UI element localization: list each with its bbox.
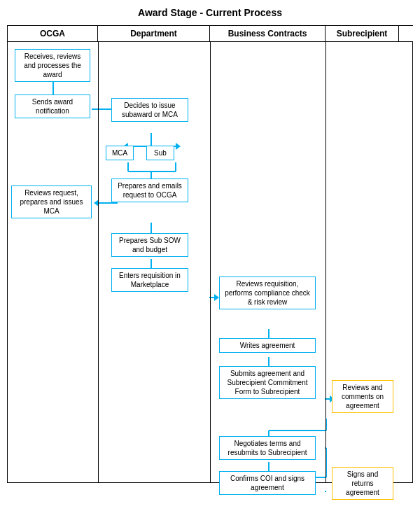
- ocga-box-1: Receives, reviews and processes the awar…: [15, 49, 90, 82]
- col-header-sub: Subrecipient: [326, 26, 399, 41]
- content-row: Receives, reviews and processes the awar…: [7, 42, 413, 483]
- dept-box-mca: MCA: [106, 146, 134, 160]
- bc-box-3: Submits agreement and Subrecipient Commi…: [219, 366, 316, 399]
- lane-bc: Reviews requisition, performs compliance…: [211, 42, 326, 482]
- bc-box-2: Writes agreement: [219, 338, 316, 353]
- col-header-dept: Department: [98, 26, 210, 41]
- dept-box-sub: Sub: [146, 146, 174, 160]
- page-title: Award Stage - Current Process: [7, 7, 413, 18]
- bc-box-5: Confirms COI and signs agreement: [219, 471, 316, 495]
- lane-sub: Reviews and comments on agreement Signs …: [326, 42, 400, 482]
- ocga-box-2: Sends award notification: [15, 94, 90, 118]
- diagram-container: OCGA Department Business Contracts Subre…: [7, 25, 413, 483]
- header-row: OCGA Department Business Contracts Subre…: [7, 25, 413, 42]
- sub-box-2: Signs and returns agreement: [332, 467, 393, 500]
- dept-box-1: Decides to issue subaward or MCA: [111, 98, 188, 122]
- bc-box-4: Negotiates terms and resubmits to Subrec…: [219, 436, 316, 460]
- dept-box-5: Enters requisition in Marketplace: [111, 268, 188, 292]
- sub-box-1: Reviews and comments on agreement: [332, 380, 393, 413]
- col-header-bc: Business Contracts: [210, 26, 326, 41]
- ocga-box-3: Reviews request, prepares and issues MCA: [11, 186, 92, 218]
- dept-box-3: Prepares and emails request to OCGA: [111, 178, 188, 202]
- bc-box-1: Reviews requisition, performs compliance…: [219, 276, 316, 309]
- dept-box-4: Prepares Sub SOW and budget: [111, 233, 188, 257]
- lane-dept: Decides to issue subaward or MCA MCA Sub…: [99, 42, 211, 482]
- col-header-ocga: OCGA: [7, 26, 98, 41]
- lane-ocga: Receives, reviews and processes the awar…: [8, 42, 99, 482]
